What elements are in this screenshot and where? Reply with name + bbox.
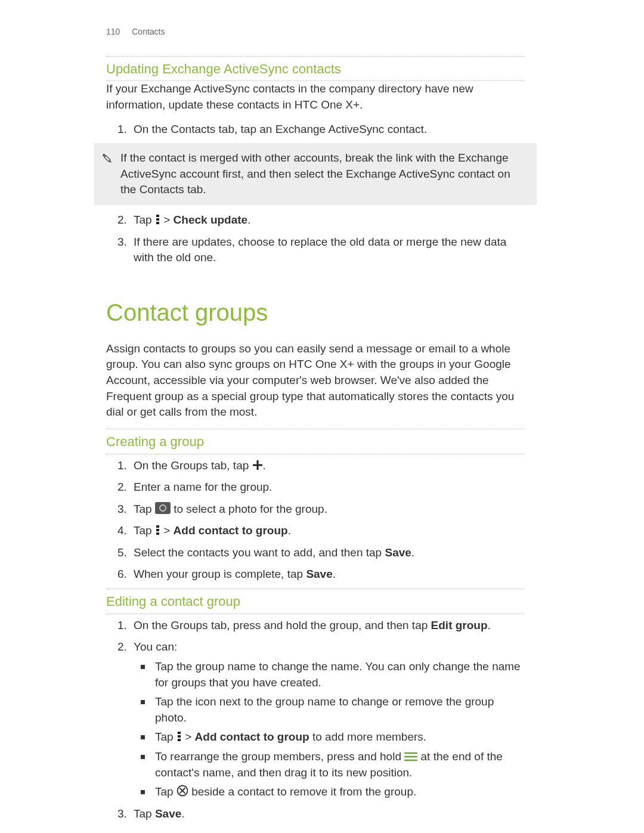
remove-icon — [177, 785, 188, 797]
text: . — [181, 807, 184, 820]
rule — [106, 429, 525, 429]
svg-rect-15 — [178, 735, 181, 738]
rule — [106, 589, 525, 589]
plus-icon — [252, 460, 263, 470]
step-text: If there are updates, choose to replace … — [134, 236, 506, 264]
svg-rect-3 — [156, 215, 159, 217]
bold-text: Save — [385, 546, 411, 559]
text: Tap — [155, 730, 177, 743]
step-text: On the Contacts tab, tap an Exchange Act… — [134, 123, 427, 135]
intro-text: Assign contacts to groups so you can eas… — [106, 341, 525, 420]
section-updating-activesync: Updating Exchange ActiveSync contacts If… — [106, 56, 525, 266]
bold-text: Save — [155, 807, 181, 820]
page-number: 110 — [106, 26, 120, 38]
text: Tap — [134, 524, 155, 537]
bullet-item: Tap the icon next to the group name to c… — [149, 694, 525, 726]
svg-rect-9 — [160, 502, 165, 503]
text: When your group is complete, tap — [134, 568, 306, 580]
text: . — [411, 546, 414, 559]
text: Tap — [134, 503, 155, 515]
text: . — [488, 619, 491, 631]
step-1: On the Contacts tab, tap an Exchange Act… — [130, 122, 525, 138]
rule — [106, 454, 525, 454]
step-1: On the Groups tab, press and hold the gr… — [130, 618, 525, 634]
svg-rect-16 — [178, 739, 181, 741]
svg-rect-4 — [156, 218, 159, 221]
text: Select the contacts you want to add, and… — [134, 546, 385, 559]
document-page: 110 Contacts Updating Exchange ActiveSyn… — [0, 0, 644, 833]
pencil-icon — [94, 150, 120, 166]
page-section: Contacts — [132, 27, 165, 36]
menu-icon — [155, 525, 160, 535]
step-2: Tap > Check update. — [130, 212, 525, 228]
text: . — [288, 524, 291, 537]
subheading: Updating Exchange ActiveSync contacts — [106, 60, 525, 79]
step-3: Tap Save. — [130, 806, 525, 822]
subheading: Creating a group — [106, 433, 525, 451]
bullet-item: Tap > Add contact to group to add more m… — [149, 729, 525, 745]
step-list: On the Groups tab, tap . Enter a name fo… — [106, 458, 525, 583]
svg-rect-1 — [104, 156, 110, 162]
menu-icon — [177, 731, 182, 742]
bullet-item: To rearrange the group members, press an… — [149, 749, 525, 781]
text: Tap — [134, 213, 155, 226]
section-editing-group: Editing a contact group On the Groups ta… — [106, 589, 525, 822]
intro-text: If your Exchange ActiveSync contacts in … — [106, 81, 525, 113]
drag-handle-icon — [404, 752, 417, 761]
page-header: 110 Contacts — [106, 26, 525, 38]
menu-icon — [155, 214, 160, 225]
step-3: Tap to select a photo for the group. — [130, 501, 525, 518]
step-list-continued: Tap > Check update. If there are updates… — [106, 212, 525, 266]
step-list: On the Contacts tab, tap an Exchange Act… — [106, 122, 525, 138]
text: to add more members. — [309, 730, 426, 743]
text: . — [247, 213, 250, 226]
step-6: When your group is complete, tap Save. — [130, 566, 525, 583]
text: > — [160, 213, 174, 226]
section-contact-groups: Contact groups Assign contacts to groups… — [106, 296, 525, 420]
svg-rect-8 — [155, 502, 171, 514]
step-list: On the Groups tab, press and hold the gr… — [106, 618, 525, 822]
bold-text: Edit group — [431, 619, 488, 631]
bold-text: Add contact to group — [195, 730, 309, 743]
svg-rect-5 — [156, 222, 159, 224]
step-2: You can: Tap the group name to change th… — [130, 639, 525, 800]
rule — [106, 614, 525, 614]
bold-text: Save — [306, 568, 332, 580]
text: . — [333, 568, 336, 580]
text: to select a photo for the group. — [171, 503, 327, 515]
step-4: Tap > Add contact to group. — [130, 523, 525, 539]
text: On the Groups tab, tap — [134, 459, 252, 472]
section-creating-group: Creating a group On the Groups tab, tap … — [106, 429, 525, 583]
svg-rect-14 — [178, 732, 181, 734]
tip-callout: If the contact is merged with other acco… — [94, 143, 537, 205]
text: beside a contact to remove it from the g… — [188, 785, 416, 798]
bullet-item: Tap beside a contact to remove it from t… — [149, 784, 525, 800]
svg-rect-12 — [156, 529, 159, 531]
bullet-item: Tap the group name to change the name. Y… — [149, 659, 525, 690]
step-text: Enter a name for the group. — [134, 481, 272, 493]
bold-text: Add contact to group — [174, 524, 288, 537]
svg-rect-13 — [156, 532, 159, 535]
text: Tap — [155, 785, 177, 798]
text: Tap the group name to change the name. Y… — [155, 660, 521, 689]
tip-text: If the contact is merged with other acco… — [120, 150, 527, 198]
rule — [106, 56, 525, 57]
text: On the Groups tab, press and hold the gr… — [134, 619, 431, 631]
text: > — [182, 730, 195, 743]
bullet-list: Tap the group name to change the name. Y… — [134, 659, 525, 800]
heading-1: Contact groups — [106, 296, 525, 329]
text: Tap — [134, 807, 155, 820]
text: > — [160, 524, 174, 537]
text: . — [263, 459, 266, 472]
step-2: Enter a name for the group. — [130, 479, 525, 496]
svg-rect-7 — [253, 464, 262, 466]
camera-icon — [155, 502, 171, 514]
step-5: Select the contacts you want to add, and… — [130, 545, 525, 561]
text: To rearrange the group members, press an… — [155, 750, 404, 763]
bold-text: Check update — [174, 213, 248, 226]
text: Tap the icon next to the group name to c… — [155, 695, 494, 724]
step-1: On the Groups tab, tap . — [130, 458, 525, 474]
subheading: Editing a contact group — [106, 593, 525, 611]
svg-rect-11 — [156, 525, 159, 528]
step-text: You can: — [134, 640, 177, 653]
